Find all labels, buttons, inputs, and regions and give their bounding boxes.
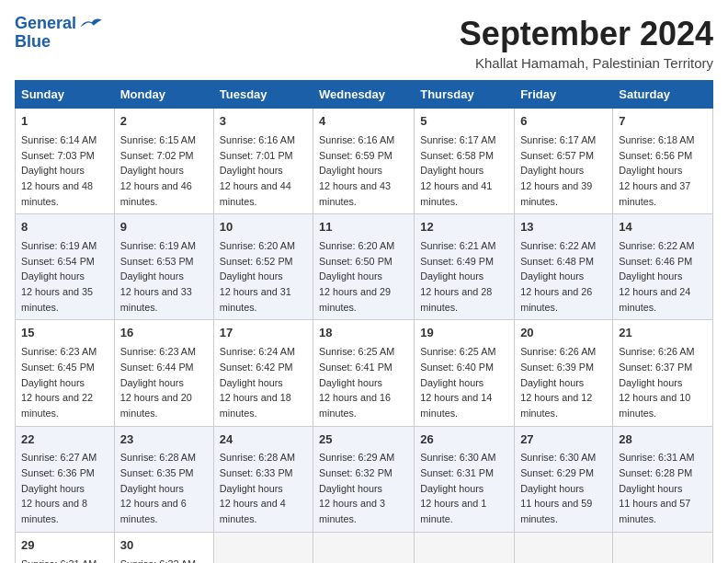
day-number: 22 [21,431,108,449]
table-row: 23 Sunrise: 6:28 AMSunset: 6:35 PMDaylig… [114,426,213,532]
col-header-thursday: Thursday [415,81,515,109]
day-info: Sunrise: 6:17 AMSunset: 6:57 PMDaylight … [520,134,596,207]
day-info: Sunrise: 6:21 AMSunset: 6:49 PMDaylight … [420,240,495,313]
table-row: 15 Sunrise: 6:23 AMSunset: 6:45 PMDaylig… [16,320,115,426]
day-info: Sunrise: 6:28 AMSunset: 6:35 PMDaylight … [120,452,196,524]
col-header-sunday: Sunday [16,81,115,109]
day-info: Sunrise: 6:23 AMSunset: 6:44 PMDaylight … [120,346,196,419]
logo-blue: Blue [15,33,104,52]
col-header-tuesday: Tuesday [213,81,313,109]
day-number: 23 [120,431,208,449]
day-info: Sunrise: 6:30 AMSunset: 6:29 PMDaylight … [520,452,596,524]
table-row [415,532,515,563]
day-info: Sunrise: 6:22 AMSunset: 6:48 PMDaylight … [520,240,596,313]
day-number: 20 [520,325,607,342]
table-row: 4 Sunrise: 6:16 AMSunset: 6:59 PMDayligh… [313,109,415,214]
day-number: 25 [319,431,408,449]
day-info: Sunrise: 6:18 AMSunset: 6:56 PMDaylight … [619,134,694,207]
day-number: 12 [420,219,508,236]
day-info: Sunrise: 6:19 AMSunset: 6:53 PMDaylight … [120,240,196,313]
table-row: 28 Sunrise: 6:31 AMSunset: 6:28 PMDaylig… [613,426,713,532]
table-row: 14 Sunrise: 6:22 AMSunset: 6:46 PMDaylig… [613,214,713,320]
day-number: 7 [619,113,707,131]
day-info: Sunrise: 6:23 AMSunset: 6:45 PMDaylight … [21,346,97,419]
day-number: 6 [520,113,607,131]
table-row: 10 Sunrise: 6:20 AMSunset: 6:52 PMDaylig… [213,214,313,320]
day-info: Sunrise: 6:26 AMSunset: 6:37 PMDaylight … [619,346,694,419]
col-header-saturday: Saturday [613,81,713,109]
day-info: Sunrise: 6:22 AMSunset: 6:46 PMDaylight … [619,240,694,313]
day-number: 24 [220,431,307,449]
table-row: 11 Sunrise: 6:20 AMSunset: 6:50 PMDaylig… [313,214,415,320]
day-number: 26 [420,431,508,449]
table-row: 7 Sunrise: 6:18 AMSunset: 6:56 PMDayligh… [613,109,713,214]
table-row: 3 Sunrise: 6:16 AMSunset: 7:01 PMDayligh… [213,109,313,214]
day-number: 1 [21,113,108,131]
day-number: 13 [520,219,607,236]
day-number: 30 [120,537,208,555]
table-row: 24 Sunrise: 6:28 AMSunset: 6:33 PMDaylig… [213,426,313,532]
day-info: Sunrise: 6:14 AMSunset: 7:03 PMDaylight … [21,134,97,207]
day-number: 18 [319,325,408,342]
table-row: 16 Sunrise: 6:23 AMSunset: 6:44 PMDaylig… [114,320,213,426]
day-number: 10 [220,219,307,236]
col-header-friday: Friday [515,81,613,109]
day-info: Sunrise: 6:27 AMSunset: 6:36 PMDaylight … [21,452,97,524]
calendar-table: SundayMondayTuesdayWednesdayThursdayFrid… [15,80,713,563]
day-number: 8 [21,219,108,236]
table-row: 26 Sunrise: 6:30 AMSunset: 6:31 PMDaylig… [415,426,515,532]
day-number: 2 [120,113,208,131]
day-number: 27 [520,431,607,449]
day-number: 3 [220,113,307,131]
day-info: Sunrise: 6:20 AMSunset: 6:52 PMDaylight … [220,240,295,313]
day-number: 9 [120,219,208,236]
table-row: 1 Sunrise: 6:14 AMSunset: 7:03 PMDayligh… [16,109,115,214]
day-number: 19 [420,325,508,342]
page-header: General Blue September 2024 Khallat Hama… [15,15,713,71]
day-number: 14 [619,219,707,236]
table-row: 30 Sunrise: 6:32 AMSunset: 6:25 PMDaylig… [114,532,213,563]
table-row: 19 Sunrise: 6:25 AMSunset: 6:40 PMDaylig… [415,320,515,426]
title-area: September 2024 Khallat Hamamah, Palestin… [460,15,713,71]
day-info: Sunrise: 6:32 AMSunset: 6:25 PMDaylight … [120,558,196,563]
table-row: 5 Sunrise: 6:17 AMSunset: 6:58 PMDayligh… [415,109,515,214]
day-info: Sunrise: 6:29 AMSunset: 6:32 PMDaylight … [319,452,394,524]
day-info: Sunrise: 6:25 AMSunset: 6:41 PMDaylight … [319,346,394,419]
table-row: 18 Sunrise: 6:25 AMSunset: 6:41 PMDaylig… [313,320,415,426]
day-number: 17 [220,325,307,342]
day-info: Sunrise: 6:16 AMSunset: 7:01 PMDaylight … [220,134,295,207]
logo-bird-icon [78,16,104,32]
day-info: Sunrise: 6:31 AMSunset: 6:28 PMDaylight … [619,452,694,524]
day-info: Sunrise: 6:26 AMSunset: 6:39 PMDaylight … [520,346,596,419]
day-number: 28 [619,431,707,449]
table-row: 29 Sunrise: 6:31 AMSunset: 6:27 PMDaylig… [16,532,115,563]
day-number: 16 [120,325,208,342]
col-header-monday: Monday [114,81,213,109]
day-info: Sunrise: 6:24 AMSunset: 6:42 PMDaylight … [220,346,295,419]
day-info: Sunrise: 6:16 AMSunset: 6:59 PMDaylight … [319,134,394,207]
table-row: 25 Sunrise: 6:29 AMSunset: 6:32 PMDaylig… [313,426,415,532]
day-number: 11 [319,219,408,236]
table-row: 6 Sunrise: 6:17 AMSunset: 6:57 PMDayligh… [515,109,613,214]
day-info: Sunrise: 6:30 AMSunset: 6:31 PMDaylight … [420,452,495,524]
day-number: 29 [21,537,108,555]
table-row: 8 Sunrise: 6:19 AMSunset: 6:54 PMDayligh… [16,214,115,320]
table-row [515,532,613,563]
table-row: 22 Sunrise: 6:27 AMSunset: 6:36 PMDaylig… [16,426,115,532]
table-row: 21 Sunrise: 6:26 AMSunset: 6:37 PMDaylig… [613,320,713,426]
logo: General Blue [15,15,104,52]
table-row [313,532,415,563]
table-row: 9 Sunrise: 6:19 AMSunset: 6:53 PMDayligh… [114,214,213,320]
table-row: 20 Sunrise: 6:26 AMSunset: 6:39 PMDaylig… [515,320,613,426]
day-number: 5 [420,113,508,131]
location-title: Khallat Hamamah, Palestinian Territory [460,55,713,71]
day-info: Sunrise: 6:15 AMSunset: 7:02 PMDaylight … [120,134,196,207]
table-row: 2 Sunrise: 6:15 AMSunset: 7:02 PMDayligh… [114,109,213,214]
table-row [213,532,313,563]
day-info: Sunrise: 6:25 AMSunset: 6:40 PMDaylight … [420,346,495,419]
day-info: Sunrise: 6:17 AMSunset: 6:58 PMDaylight … [420,134,495,207]
day-number: 4 [319,113,408,131]
day-info: Sunrise: 6:20 AMSunset: 6:50 PMDaylight … [319,240,394,313]
table-row: 13 Sunrise: 6:22 AMSunset: 6:48 PMDaylig… [515,214,613,320]
month-title: September 2024 [460,15,713,53]
